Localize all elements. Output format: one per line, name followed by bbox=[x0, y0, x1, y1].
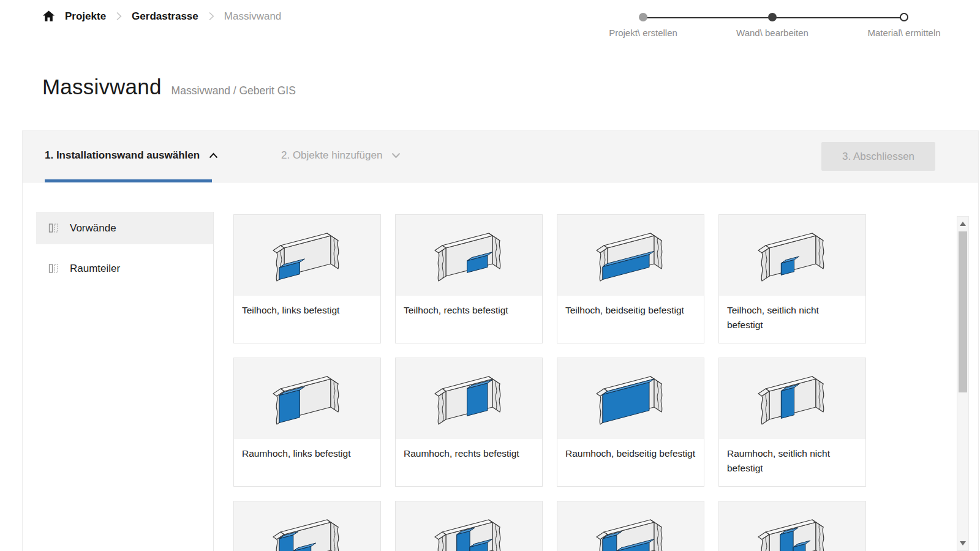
scroll-down-icon[interactable] bbox=[960, 541, 966, 545]
wizard-panel: 1. Installationswand auswählen 2. Objekt… bbox=[22, 130, 979, 551]
breadcrumb-gerdastrasse[interactable]: Gerdastrasse bbox=[132, 10, 198, 23]
wall-card-label: Raumhoch, links befestigt bbox=[234, 439, 380, 461]
wall-illustration bbox=[396, 215, 542, 296]
wall-card[interactable]: Teilhoch, beidseitig befestigt bbox=[557, 214, 704, 343]
breadcrumb-massivwand: Massivwand bbox=[224, 10, 282, 23]
wall-illustration bbox=[719, 501, 865, 551]
sidebar-item-raumteiler[interactable]: Raumteiler bbox=[36, 252, 213, 285]
wall-card[interactable]: Raumhoch, rechts befestigt bbox=[395, 358, 543, 487]
wall-card-label: Teilhoch, seitlich nicht befestigt bbox=[719, 296, 865, 332]
step-label: Wand\ bearbeiten bbox=[702, 28, 843, 38]
tab-installationswand-auswaehlen[interactable]: 1. Installationswand auswählen bbox=[45, 131, 219, 179]
wall-illustration bbox=[557, 358, 704, 439]
page-header: Massivwand Massivwand / Geberit GIS bbox=[42, 75, 296, 99]
sidebar-item-label: Raumteiler bbox=[70, 263, 120, 275]
step-dot-done[interactable] bbox=[639, 13, 647, 21]
wall-card[interactable] bbox=[395, 501, 543, 551]
step-material-ermitteln[interactable]: Material\ ermitteln bbox=[834, 13, 974, 38]
wall-illustration bbox=[557, 215, 704, 296]
wall-card[interactable]: Teilhoch, rechts befestigt bbox=[395, 214, 543, 343]
page-title: Massivwand bbox=[42, 75, 162, 99]
wall-card[interactable]: Teilhoch, seitlich nicht befestigt bbox=[718, 214, 866, 343]
scrollbar-thumb[interactable] bbox=[959, 231, 967, 392]
step-tabbar: 1. Installationswand auswählen 2. Objekt… bbox=[23, 131, 978, 182]
vertical-scrollbar[interactable] bbox=[957, 216, 969, 551]
wall-card-label: Teilhoch, beidseitig befestigt bbox=[557, 296, 704, 318]
chevron-right-icon bbox=[208, 11, 215, 21]
scroll-up-icon[interactable] bbox=[960, 222, 966, 226]
wall-card[interactable] bbox=[718, 501, 866, 551]
wall-card-grid: Teilhoch, links befestigt Teilhoch, rech… bbox=[233, 214, 866, 551]
wall-card[interactable]: Teilhoch, links befestigt bbox=[233, 214, 381, 343]
wall-illustration bbox=[234, 501, 380, 551]
chevron-up-icon[interactable] bbox=[208, 152, 219, 159]
wall-illustration bbox=[719, 215, 865, 296]
wall-card[interactable]: Raumhoch, beidseitig befestigt bbox=[557, 358, 704, 487]
room-divider-icon bbox=[48, 263, 59, 274]
tab-label: 1. Installationswand auswählen bbox=[45, 149, 200, 162]
wall-illustration bbox=[396, 501, 542, 551]
wall-type-sidebar: Vorwände Raumteiler bbox=[36, 212, 213, 293]
prewall-icon bbox=[48, 222, 59, 234]
step-projekt-erstellen[interactable]: Projekt\ erstellen bbox=[573, 13, 714, 38]
wall-card[interactable]: Raumhoch, links befestigt bbox=[233, 358, 381, 487]
home-icon[interactable] bbox=[42, 9, 56, 23]
wall-card[interactable] bbox=[233, 501, 381, 551]
wall-card-label: Raumhoch, rechts befestigt bbox=[396, 439, 542, 461]
tab-objekte-hinzufuegen[interactable]: 2. Objekte hinzufügen bbox=[281, 131, 401, 179]
chevron-right-icon bbox=[115, 11, 123, 21]
wall-card-label: Raumhoch, beidseitig befestigt bbox=[557, 439, 704, 461]
sidebar-divider bbox=[213, 212, 214, 551]
step-dot-todo[interactable] bbox=[900, 13, 908, 21]
page-subtitle: Massivwand / Geberit GIS bbox=[172, 84, 296, 97]
breadcrumb: Projekte Gerdastrasse Massivwand bbox=[42, 9, 281, 23]
step-dot-current[interactable] bbox=[768, 13, 777, 21]
step-label: Projekt\ erstellen bbox=[573, 28, 714, 38]
wall-card-label: Teilhoch, rechts befestigt bbox=[396, 296, 542, 318]
active-tab-underline bbox=[45, 179, 212, 182]
step-wand-bearbeiten[interactable]: Wand\ bearbeiten bbox=[702, 13, 843, 38]
sidebar-item-vorwaende[interactable]: Vorwände bbox=[36, 212, 213, 244]
breadcrumb-projekte[interactable]: Projekte bbox=[65, 10, 106, 23]
sidebar-item-label: Vorwände bbox=[70, 222, 116, 234]
step-label: Material\ ermitteln bbox=[834, 28, 974, 38]
wall-card-label: Teilhoch, links befestigt bbox=[234, 296, 380, 318]
tab-label: 2. Objekte hinzufügen bbox=[281, 149, 382, 162]
chevron-down-icon[interactable] bbox=[391, 152, 401, 159]
wall-card-label: Raumhoch, seitlich nicht befestigt bbox=[719, 439, 865, 476]
wall-illustration bbox=[234, 358, 380, 439]
wall-card[interactable] bbox=[557, 501, 704, 551]
wall-illustration bbox=[396, 358, 542, 439]
wall-illustration bbox=[234, 215, 380, 296]
abschliessen-button[interactable]: 3. Abschliessen bbox=[821, 142, 935, 171]
wall-illustration bbox=[557, 501, 704, 551]
wall-card[interactable]: Raumhoch, seitlich nicht befestigt bbox=[718, 358, 866, 487]
wall-illustration bbox=[719, 358, 865, 439]
